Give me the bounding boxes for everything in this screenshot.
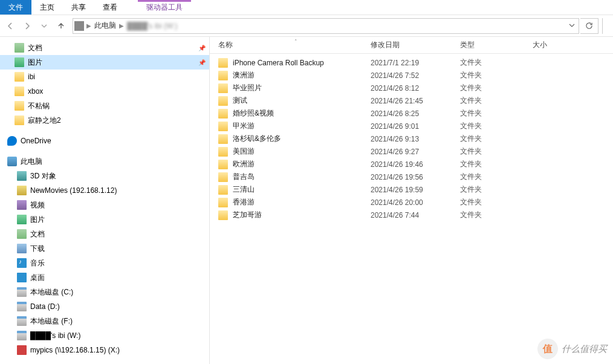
file-list[interactable]: iPhone Camera Roll Backup2021/7/1 22:19文… <box>210 54 613 364</box>
forward-button[interactable] <box>19 18 35 34</box>
tree-item[interactable]: 寂静之地2 <box>0 113 209 128</box>
tree-item[interactable]: 音乐 <box>0 256 209 270</box>
file-row[interactable]: 甲米游2021/4/26 9:01文件夹 <box>210 120 613 132</box>
file-name: 香港游 <box>233 197 371 207</box>
file-row[interactable]: 洛杉矶&多伦多2021/4/26 9:13文件夹 <box>210 132 613 145</box>
tree-item[interactable]: xbox <box>0 84 209 99</box>
tree-item-label: 视频 <box>30 200 45 210</box>
tree-item[interactable]: 此电脑 <box>0 154 209 169</box>
tree-item-label: 寂静之地2 <box>28 115 61 126</box>
column-headers: 名称˄ 修改日期 类型 大小 <box>210 37 613 54</box>
file-date: 2021/7/1 22:19 <box>371 59 460 67</box>
column-type[interactable]: 类型 <box>460 40 533 50</box>
tree-item[interactable]: mypics (\\192.168.1.15) (X:) <box>0 343 209 357</box>
folder-icon <box>218 96 228 106</box>
tree-item[interactable]: OneDrive <box>0 134 209 148</box>
file-type: 文件夹 <box>460 96 533 106</box>
tree-item[interactable]: 本地磁盘 (F:) <box>0 314 209 328</box>
tab-file[interactable]: 文件 <box>0 0 31 15</box>
tree-item-label: xbox <box>28 87 43 96</box>
file-row[interactable]: 澳洲游2021/4/26 7:52文件夹 <box>210 69 613 82</box>
tree-item-label: 下载 <box>30 244 45 254</box>
tree-item[interactable]: ibi <box>0 70 209 84</box>
content-pane: 名称˄ 修改日期 类型 大小 iPhone Camera Roll Backup… <box>210 37 613 364</box>
tree-item[interactable]: 下载 <box>0 241 209 256</box>
column-date[interactable]: 修改日期 <box>371 40 460 50</box>
file-date: 2021/4/26 8:25 <box>371 109 460 118</box>
crumb-drive[interactable]: ████'s ibi (W:) <box>125 22 179 30</box>
folder-icon <box>218 172 228 182</box>
tab-home[interactable]: 主页 <box>31 0 63 15</box>
file-name: 欧洲游 <box>233 159 371 169</box>
tree-item-label: 桌面 <box>30 273 45 283</box>
tree-item[interactable]: NewMovies (192.168.1.12) <box>0 183 209 198</box>
dl-icon <box>17 244 27 253</box>
tree-item[interactable]: 文档📌 <box>0 41 209 55</box>
chevron-right-icon[interactable]: ▶ <box>85 22 92 29</box>
tab-view[interactable]: 查看 <box>94 0 126 15</box>
drive-icon <box>74 21 84 31</box>
file-row[interactable]: 欧洲游2021/4/26 19:46文件夹 <box>210 158 613 171</box>
file-date: 2021/4/26 19:56 <box>371 173 460 181</box>
column-size[interactable]: 大小 <box>533 40 613 50</box>
refresh-button[interactable] <box>580 18 598 34</box>
search-box-edge[interactable] <box>602 18 611 34</box>
navigation-bar: ▶ 此电脑 ▶ ████'s ibi (W:) <box>0 15 613 37</box>
mus-icon <box>17 258 27 268</box>
tab-share[interactable]: 共享 <box>63 0 94 15</box>
file-type: 文件夹 <box>460 210 533 220</box>
file-name: 澳洲游 <box>233 70 371 80</box>
file-type: 文件夹 <box>460 134 533 144</box>
tree-item[interactable]: ████'s ibi (W:) <box>0 328 209 343</box>
file-row[interactable]: 测试2021/4/26 21:45文件夹 <box>210 94 613 107</box>
tree-item[interactable]: 视频 <box>0 198 209 212</box>
onedrive-icon <box>7 136 17 146</box>
folder-icon <box>218 134 228 144</box>
watermark-text: 什么值得买 <box>562 343 607 355</box>
history-dropdown[interactable] <box>36 18 52 34</box>
address-bar[interactable]: ▶ 此电脑 ▶ ████'s ibi (W:) <box>73 18 579 34</box>
pin-icon: 📌 <box>198 45 206 51</box>
pc-icon <box>7 157 17 166</box>
tree-item[interactable]: 文档 <box>0 227 209 241</box>
tree-item[interactable]: 图片📌 <box>0 55 209 70</box>
file-row[interactable]: 普吉岛2021/4/26 19:56文件夹 <box>210 171 613 183</box>
folder-icon <box>15 72 24 82</box>
folder-icon <box>218 71 228 80</box>
file-date: 2021/4/26 19:59 <box>371 186 460 194</box>
file-row[interactable]: 婚纱照&视频2021/4/26 8:25文件夹 <box>210 107 613 120</box>
file-row[interactable]: 芝加哥游2021/4/26 7:44文件夹 <box>210 209 613 221</box>
file-name: 普吉岛 <box>233 172 371 182</box>
tree-item[interactable]: Data (D:) <box>0 299 209 314</box>
file-row[interactable]: 三清山2021/4/26 19:59文件夹 <box>210 183 613 196</box>
file-date: 2021/4/26 8:12 <box>371 84 460 93</box>
column-name[interactable]: 名称˄ <box>218 40 371 50</box>
file-type: 文件夹 <box>460 121 533 131</box>
file-row[interactable]: 毕业照片2021/4/26 8:12文件夹 <box>210 82 613 94</box>
tree-item[interactable]: 3D 对象 <box>0 169 209 183</box>
address-dropdown[interactable] <box>566 22 577 30</box>
file-row[interactable]: 美国游2021/4/26 9:27文件夹 <box>210 145 613 158</box>
up-button[interactable] <box>53 18 69 34</box>
docs-icon <box>17 229 27 239</box>
tree-item[interactable]: 不粘锅 <box>0 99 209 113</box>
file-row[interactable]: iPhone Camera Roll Backup2021/7/1 22:19文… <box>210 56 613 69</box>
file-name: iPhone Camera Roll Backup <box>233 59 371 67</box>
srv-icon <box>17 186 27 195</box>
file-row[interactable]: 香港游2021/4/26 20:00文件夹 <box>210 196 613 209</box>
tree-item[interactable]: 图片 <box>0 212 209 227</box>
folder-icon <box>15 86 24 96</box>
folder-icon <box>218 210 228 220</box>
tree-item[interactable]: 桌面 <box>0 270 209 285</box>
file-name: 芝加哥游 <box>233 210 371 220</box>
file-name: 婚纱照&视频 <box>233 108 371 119</box>
tree-item[interactable]: 本地磁盘 (C:) <box>0 285 209 299</box>
ribbon-tabs: 文件 主页 共享 查看 驱动器工具 <box>0 0 613 15</box>
crumb-thispc[interactable]: 此电脑 <box>92 21 118 31</box>
tab-drive-tools[interactable]: 驱动器工具 <box>138 0 191 15</box>
tree-item-label: 3D 对象 <box>30 171 56 181</box>
file-date: 2021/4/26 9:13 <box>371 135 460 143</box>
chevron-right-icon[interactable]: ▶ <box>118 22 125 29</box>
back-button[interactable] <box>2 18 18 34</box>
navigation-tree[interactable]: 文档📌图片📌ibixbox不粘锅寂静之地2OneDrive此电脑3D 对象New… <box>0 37 210 364</box>
